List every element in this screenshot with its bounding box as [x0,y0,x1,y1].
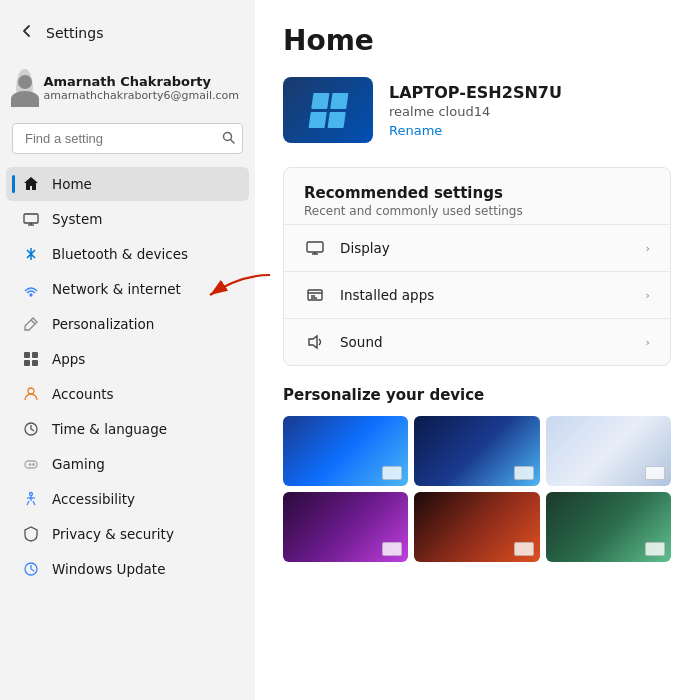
clock-icon [22,420,40,438]
search-input[interactable] [12,123,243,154]
sidebar-item-accounts[interactable]: Accounts [6,377,249,411]
avatar [16,69,33,107]
sidebar-item-bluetooth-label: Bluetooth & devices [52,246,188,262]
update-icon [22,560,40,578]
svg-rect-22 [307,242,323,252]
sidebar-item-system[interactable]: System [6,202,249,236]
rename-link[interactable]: Rename [389,123,562,138]
main-content: Home LAPTOP-ESH2SN7U realme cloud14 Rena… [255,0,699,700]
sidebar-item-personalization[interactable]: Personalization [6,307,249,341]
installed-apps-label: Installed apps [340,287,632,303]
sidebar-item-home[interactable]: Home [6,167,249,201]
device-info: LAPTOP-ESH2SN7U realme cloud14 Rename [389,83,562,138]
shield-icon [22,525,40,543]
sidebar-item-time[interactable]: Time & language [6,412,249,446]
display-chevron: › [646,242,650,255]
svg-rect-2 [24,214,38,223]
sidebar-item-home-label: Home [52,176,92,192]
installed-apps-chevron: › [646,289,650,302]
user-info: Amarnath Chakraborty amarnathchakraborty… [43,74,239,102]
setting-row-installed-apps[interactable]: Installed apps › [284,271,670,318]
sidebar-item-privacy-label: Privacy & security [52,526,174,542]
sidebar-item-personalization-label: Personalization [52,316,154,332]
wallpaper-2[interactable] [414,416,539,486]
device-model: realme cloud14 [389,104,562,119]
sidebar-item-system-label: System [52,211,102,227]
brush-icon [22,315,40,333]
wallpaper-1[interactable] [283,416,408,486]
svg-line-1 [231,139,235,143]
sidebar-header: Settings [0,12,255,61]
gaming-icon [22,455,40,473]
sidebar-item-gaming-label: Gaming [52,456,105,472]
setting-row-sound[interactable]: Sound › [284,318,670,365]
user-email: amarnathchakraborty6@gmail.com [43,89,239,102]
svg-rect-9 [32,352,38,358]
window-title: Settings [46,25,103,41]
sidebar: Settings Amarnath Chakraborty amarnathch… [0,0,255,700]
system-icon [22,210,40,228]
svg-point-6 [30,294,32,296]
device-name: LAPTOP-ESH2SN7U [389,83,562,102]
svg-rect-11 [32,360,38,366]
user-profile[interactable]: Amarnath Chakraborty amarnathchakraborty… [0,61,255,123]
sidebar-item-gaming[interactable]: Gaming [6,447,249,481]
svg-rect-10 [24,360,30,366]
sidebar-item-time-label: Time & language [52,421,167,437]
svg-marker-29 [309,336,317,348]
recommended-title: Recommended settings [304,184,650,202]
setting-row-display[interactable]: Display › [284,224,670,271]
svg-rect-8 [24,352,30,358]
wallpaper-3[interactable] [546,416,671,486]
apps-icon [22,350,40,368]
device-thumbnail [283,77,373,143]
person-icon [22,385,40,403]
display-icon [304,237,326,259]
sidebar-item-network-label: Network & internet [52,281,181,297]
svg-point-12 [28,388,34,394]
recommended-header: Recommended settings Recent and commonly… [284,168,670,224]
installed-apps-icon [304,284,326,306]
svg-point-18 [30,493,33,496]
svg-point-17 [33,464,35,466]
accessibility-icon [22,490,40,508]
sidebar-item-apps-label: Apps [52,351,85,367]
network-icon [22,280,40,298]
user-name: Amarnath Chakraborty [43,74,239,89]
sound-icon [304,331,326,353]
back-button[interactable] [16,20,38,45]
svg-line-7 [31,320,35,324]
sidebar-item-apps[interactable]: Apps [6,342,249,376]
sidebar-item-network[interactable]: Network & internet [6,272,249,306]
recommended-subtitle: Recent and commonly used settings [304,204,650,218]
sidebar-item-update[interactable]: Windows Update [6,552,249,586]
recommended-settings-card: Recommended settings Recent and commonly… [283,167,671,366]
sidebar-item-update-label: Windows Update [52,561,165,577]
wallpaper-6[interactable] [546,492,671,562]
sidebar-item-bluetooth[interactable]: Bluetooth & devices [6,237,249,271]
wallpaper-4[interactable] [283,492,408,562]
sidebar-item-privacy[interactable]: Privacy & security [6,517,249,551]
personalize-section: Personalize your device [283,386,671,562]
windows-logo [308,93,348,128]
sound-label: Sound [340,334,632,350]
sidebar-item-accounts-label: Accounts [52,386,114,402]
search-icon [222,131,235,147]
sound-chevron: › [646,336,650,349]
search-box [12,123,243,154]
sidebar-item-accessibility-label: Accessibility [52,491,135,507]
page-title: Home [283,24,671,57]
wallpaper-5[interactable] [414,492,539,562]
device-card: LAPTOP-ESH2SN7U realme cloud14 Rename [283,77,671,143]
home-icon [22,175,40,193]
personalize-title: Personalize your device [283,386,671,404]
nav-list: Home System [0,166,255,587]
sidebar-item-accessibility[interactable]: Accessibility [6,482,249,516]
display-label: Display [340,240,632,256]
wallpaper-grid [283,416,671,562]
bluetooth-icon [22,245,40,263]
